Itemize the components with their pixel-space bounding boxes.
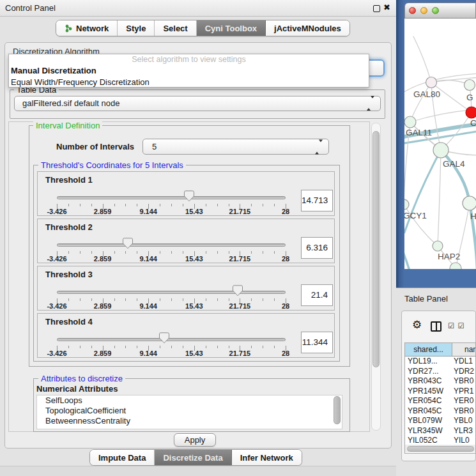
node-gal80[interactable] [426, 77, 437, 88]
network-edge[interactable] [438, 150, 441, 246]
node-gal11[interactable] [404, 116, 416, 128]
attributes-list-scrollbar-thumb[interactable] [334, 396, 341, 424]
close-traffic-light-icon[interactable] [409, 7, 416, 14]
table-horizontal-scrollbar-thumb[interactable] [407, 446, 474, 452]
cell-shared-name[interactable]: YBL079W [408, 416, 452, 426]
checkbox-icons[interactable]: ☑ ☑ [448, 321, 465, 330]
network-edge[interactable] [413, 36, 431, 82]
slider-track[interactable] [57, 196, 286, 199]
cell-name[interactable]: YBR0 [454, 376, 476, 387]
minimize-traffic-light-icon[interactable] [420, 7, 427, 14]
threshold-value-field[interactable]: 14.713 [301, 190, 333, 211]
node-h[interactable] [463, 196, 476, 210]
threshold-value-field[interactable]: 21.4 [301, 284, 333, 306]
tab-style[interactable]: Style [118, 20, 155, 36]
threshold-value-field[interactable]: 11.344 [301, 332, 333, 353]
slider-thumb[interactable] [233, 285, 243, 298]
tick-label: 2.859 [94, 208, 112, 215]
node-label-c: C [470, 118, 476, 128]
tab-infer-network[interactable]: Infer Network [232, 450, 302, 465]
threshold-row-1: Threshold 1-3.4262.8599.14415.4321.71528… [37, 171, 335, 216]
tab-select[interactable]: Select [155, 20, 196, 36]
algorithm-dropdown-popup: Select algorithm to view settings Manual… [8, 54, 369, 88]
threshold-value-field[interactable]: 6.316 [301, 237, 333, 259]
cell-name[interactable]: YER0 [454, 396, 476, 406]
table-row[interactable]: YER054CYER0 [405, 396, 476, 406]
slider-track[interactable] [57, 291, 286, 294]
node-gal4[interactable] [433, 142, 449, 158]
attribute-item-selfloops[interactable]: SelfLoops [37, 395, 342, 406]
tab-cyni-toolbox[interactable]: Cyni Toolbox [197, 20, 266, 36]
network-edge[interactable] [441, 150, 470, 203]
cell-name[interactable]: YIL0 [454, 436, 476, 443]
zoom-traffic-light-icon[interactable] [432, 7, 439, 14]
network-edge[interactable] [404, 246, 413, 269]
network-edge[interactable] [410, 82, 431, 122]
vertical-scrollbar-thumb[interactable] [372, 131, 380, 367]
node-hap2[interactable] [433, 241, 443, 251]
cell-name[interactable]: YDL1 [454, 357, 476, 367]
columns-icon[interactable] [431, 321, 441, 332]
table-row[interactable]: YIL052CYIL0 [405, 436, 476, 443]
number-of-intervals-spinner[interactable]: 5 [142, 139, 329, 155]
column-header-name[interactable]: name [452, 343, 476, 357]
column-header-shared[interactable]: shared... [405, 343, 452, 357]
node-gcy1[interactable] [404, 199, 409, 210]
cell-name[interactable]: YBR0 [454, 406, 476, 417]
attribute-item-topologicalcoefficient[interactable]: TopologicalCoefficient [37, 406, 342, 416]
cell-shared-name[interactable]: YDL19... [408, 357, 452, 367]
cell-shared-name[interactable]: YER054C [408, 396, 452, 406]
float-icon[interactable] [373, 5, 380, 12]
cell-shared-name[interactable]: YDR27... [408, 367, 452, 377]
threshold-label: Threshold 3 [45, 270, 93, 279]
minor-tick [217, 298, 218, 301]
dropdown-option-manual-discretization[interactable]: Manual Discretization [9, 65, 369, 77]
tick-label: 21.715 [229, 255, 251, 263]
gear-icon[interactable]: ⚙ [412, 318, 422, 332]
control-panel-titlebar: Control Panel ✖ [0, 0, 396, 17]
table-panel-title: Table Panel [404, 294, 448, 303]
slider-thumb[interactable] [123, 238, 133, 251]
slider-thumb[interactable] [159, 332, 169, 346]
table-data-combobox[interactable]: galFiltered.sif default node [14, 96, 381, 111]
slider-thumb[interactable] [184, 190, 194, 204]
table-row[interactable]: YPR145WYPR1 [405, 387, 476, 397]
attribute-item-betweennesscentrality[interactable]: BetweennessCentrality [37, 416, 342, 426]
table-row[interactable]: YDR27...YDR2 [405, 367, 476, 377]
tab-network[interactable]: Network [56, 20, 118, 36]
cell-name[interactable]: YPR1 [454, 387, 476, 397]
panel-title: Control Panel [5, 3, 56, 13]
minor-tick [160, 346, 160, 348]
node-right-top[interactable] [464, 80, 475, 91]
node-red[interactable] [466, 107, 476, 118]
cell-name[interactable]: YDR2 [454, 367, 476, 377]
tick-label: -3.426 [47, 208, 66, 215]
slider-track[interactable] [57, 338, 286, 341]
close-icon[interactable]: ✖ [383, 3, 390, 12]
table-row[interactable]: YBR043CYBR0 [405, 376, 476, 387]
cell-name[interactable]: YLR3 [454, 426, 476, 436]
cell-shared-name[interactable]: YBR043C [408, 376, 452, 387]
numerical-attributes-label: Numerical Attributes [36, 384, 118, 394]
cell-name[interactable]: YBL0 [454, 416, 476, 426]
tab-discretize-data[interactable]: Discretize Data [155, 450, 231, 465]
tab-jactivemnodules[interactable]: jActiveMNodules [266, 20, 349, 36]
table-row[interactable]: YDL19...YDL1 [405, 357, 476, 367]
table-row[interactable]: YBR045CYBR0 [405, 406, 476, 417]
cell-shared-name[interactable]: YLR345W [408, 426, 452, 436]
network-view-canvas[interactable]: GAL80GCGAL11GAL4GCY1HHAP2 [404, 19, 476, 269]
cell-shared-name[interactable]: YIL052C [408, 436, 452, 443]
apply-button[interactable]: Apply [174, 433, 216, 447]
slider-track[interactable] [57, 243, 286, 247]
numerical-attributes-list[interactable]: SelfLoopsTopologicalCoefficientBetweenne… [36, 395, 342, 429]
table-row[interactable]: YLR345WYLR3 [405, 426, 476, 436]
tick-label: 28 [282, 349, 289, 357]
cell-shared-name[interactable]: YPR145W [408, 387, 452, 397]
tick-label: -3.426 [47, 302, 66, 310]
minor-tick [68, 298, 69, 301]
tab-impute-data[interactable]: Impute Data [90, 450, 155, 465]
table-row[interactable]: YBL079WYBL0 [405, 416, 476, 426]
cell-shared-name[interactable]: YBR045C [408, 406, 452, 417]
dropdown-option-equal-width-frequency[interactable]: Equal Width/Frequency Discretization [9, 77, 369, 88]
tick-label: 9.144 [139, 349, 157, 357]
